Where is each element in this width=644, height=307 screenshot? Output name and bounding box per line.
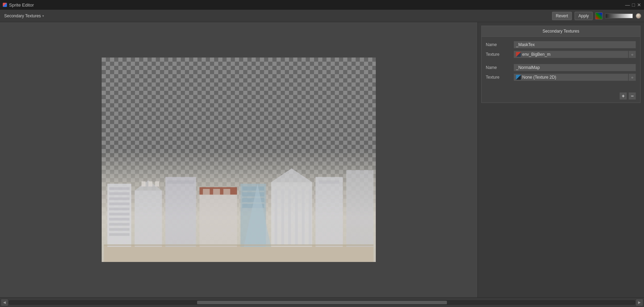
svg-rect-10	[109, 228, 129, 231]
svg-rect-19	[200, 194, 237, 246]
texture-value-2: None (Texture 2D)	[522, 75, 556, 80]
minimize-icon[interactable]: —	[625, 2, 630, 8]
svg-rect-14	[142, 181, 146, 186]
left-arrow-icon: ◀	[3, 300, 6, 304]
scroll-right-button[interactable]: ▶	[636, 299, 643, 306]
svg-rect-26	[242, 192, 264, 196]
scrollbar-thumb	[197, 301, 447, 304]
svg-rect-4	[109, 197, 129, 200]
sprite-canvas[interactable]	[102, 58, 376, 262]
texture-field-2[interactable]: None (Texture 2D)	[514, 73, 628, 81]
texture-entry-1: Name Texture env_BigBen_m ○	[486, 41, 636, 58]
svg-rect-31	[274, 189, 277, 245]
svg-rect-15	[148, 181, 152, 186]
name-label-1: Name	[486, 42, 514, 47]
svg-rect-21	[203, 189, 210, 195]
window-controls: — □ ✕	[625, 2, 641, 8]
chevron-down-icon: ▾	[42, 14, 44, 18]
texture-picker-btn-2[interactable]: ○	[628, 73, 636, 81]
name-input-1[interactable]	[514, 41, 636, 49]
svg-rect-35	[302, 189, 305, 245]
svg-rect-9	[109, 223, 129, 226]
main-content: Secondary Textures Name Texture env_BigB…	[0, 22, 644, 297]
menu-label: Secondary Textures	[4, 14, 41, 18]
sprite-image	[102, 150, 376, 262]
texture-field-1[interactable]: env_BigBen_m	[514, 51, 628, 58]
apply-button[interactable]: Apply	[575, 12, 593, 20]
svg-rect-3	[109, 192, 129, 195]
svg-rect-32	[281, 189, 284, 245]
svg-rect-41	[104, 244, 374, 246]
name-row-1: Name	[486, 41, 636, 49]
canvas-area[interactable]	[0, 22, 477, 297]
color-swatch-icon[interactable]	[595, 12, 602, 19]
svg-rect-23	[223, 189, 230, 195]
texture-row-2: Texture None (Texture 2D) ○	[486, 73, 636, 81]
panel-actions: + −	[482, 91, 640, 103]
close-icon[interactable]: ✕	[637, 2, 641, 8]
svg-marker-37	[271, 168, 312, 182]
menu-bar: Secondary Textures ▾ Revert Apply	[0, 10, 644, 22]
texture-label-1: Texture	[486, 52, 514, 57]
svg-rect-8	[109, 218, 129, 220]
menu-bar-right: Revert Apply	[552, 10, 644, 22]
svg-rect-6	[109, 208, 129, 210]
panel-spacer	[478, 106, 644, 297]
svg-rect-12	[135, 191, 162, 247]
bottom-bar: ◀ ▶	[0, 297, 644, 307]
secondary-textures-panel: Secondary Textures Name Texture env_BigB…	[481, 26, 641, 103]
right-arrow-icon: ▶	[638, 300, 641, 304]
svg-rect-16	[155, 181, 159, 186]
title-bar: Sprite Editor — □ ✕	[0, 0, 644, 10]
add-texture-button[interactable]: +	[619, 92, 627, 100]
color-picker-icon[interactable]	[636, 13, 641, 19]
svg-rect-18	[167, 180, 195, 184]
texture-entry-2: Name Texture None (Texture 2D) ○	[486, 64, 636, 81]
revert-button[interactable]: Revert	[552, 12, 572, 20]
svg-rect-38	[315, 177, 343, 247]
panel-header: Secondary Textures	[482, 26, 640, 37]
secondary-textures-menu[interactable]: Secondary Textures ▾	[3, 14, 45, 18]
svg-rect-25	[242, 186, 264, 191]
svg-rect-36	[309, 189, 312, 245]
svg-rect-40	[346, 170, 374, 247]
texture-label-2: Texture	[486, 75, 514, 80]
name-label-2: Name	[486, 65, 514, 70]
svg-rect-11	[109, 233, 129, 236]
panel-body: Name Texture env_BigBen_m ○	[482, 37, 640, 91]
texture-row-1: Texture env_BigBen_m ○	[486, 51, 636, 58]
svg-rect-7	[109, 212, 129, 215]
texture-icon-red-1	[516, 52, 521, 57]
name-row-2: Name	[486, 64, 636, 71]
app-title: Sprite Editor	[9, 2, 34, 8]
svg-rect-17	[166, 177, 196, 247]
texture-value-1: env_BigBen_m	[522, 52, 550, 57]
svg-rect-5	[109, 202, 129, 205]
svg-rect-2	[109, 187, 129, 190]
remove-texture-button[interactable]: −	[628, 92, 636, 100]
texture-picker-btn-1[interactable]: ○	[628, 51, 636, 58]
app-icon	[3, 3, 7, 7]
svg-rect-39	[319, 180, 339, 184]
maximize-icon[interactable]: □	[632, 2, 635, 8]
name-input-2[interactable]	[514, 64, 636, 71]
svg-rect-0	[104, 245, 374, 262]
buildings-svg	[102, 150, 376, 262]
color-slider[interactable]	[605, 14, 633, 18]
svg-rect-22	[213, 189, 220, 195]
right-panel: Secondary Textures Name Texture env_BigB…	[477, 22, 644, 297]
texture-icon-blue-2	[516, 75, 521, 80]
horizontal-scrollbar[interactable]	[9, 300, 635, 305]
svg-rect-33	[288, 189, 291, 245]
svg-rect-34	[295, 189, 298, 245]
scroll-left-button[interactable]: ◀	[1, 299, 8, 306]
